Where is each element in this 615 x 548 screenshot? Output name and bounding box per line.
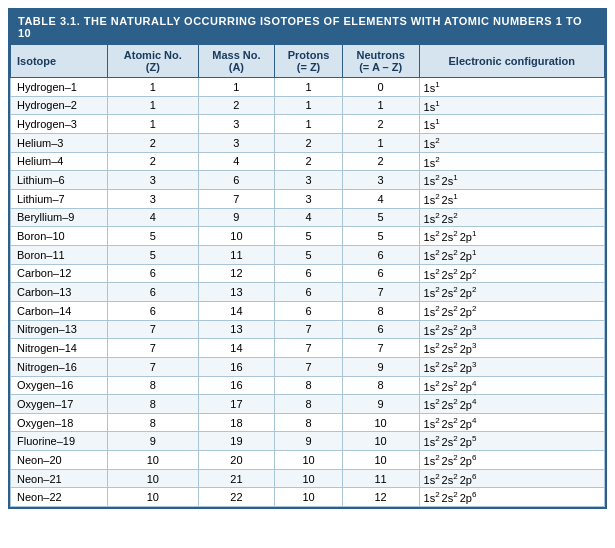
- cell-atomic-no: 8: [108, 376, 198, 395]
- cell-mass-no: 1: [198, 78, 275, 97]
- table-row: Oxygen–16816881s22s22p4: [11, 376, 605, 395]
- ec-part: 2p3: [460, 323, 477, 337]
- cell-mass-no: 11: [198, 245, 275, 264]
- table-row: Carbon–12612661s22s22p2: [11, 264, 605, 283]
- cell-electronic-config: 1s22s22p1: [419, 227, 604, 246]
- cell-protons: 8: [275, 376, 342, 395]
- cell-mass-no: 14: [198, 339, 275, 358]
- ec-part: 2p2: [460, 267, 477, 281]
- ec-part: 2s1: [442, 173, 458, 187]
- cell-isotope: Neon–21: [11, 469, 108, 488]
- cell-isotope: Oxygen–18: [11, 413, 108, 432]
- col-header-atomic-no: Atomic No.(Z): [108, 45, 198, 78]
- ec-part: 1s2: [424, 434, 440, 448]
- cell-neutrons: 3: [342, 171, 419, 190]
- cell-mass-no: 16: [198, 357, 275, 376]
- cell-mass-no: 10: [198, 227, 275, 246]
- cell-atomic-no: 10: [108, 469, 198, 488]
- cell-neutrons: 10: [342, 432, 419, 451]
- cell-isotope: Carbon–14: [11, 301, 108, 320]
- table-row: Neon–21102110111s22s22p6: [11, 469, 605, 488]
- cell-mass-no: 7: [198, 189, 275, 208]
- table-row: Oxygen–17817891s22s22p4: [11, 395, 605, 414]
- ec-part: 2s2: [442, 416, 458, 430]
- cell-atomic-no: 10: [108, 488, 198, 507]
- cell-isotope: Helium–3: [11, 133, 108, 152]
- ec-part: 2p3: [460, 360, 477, 374]
- cell-electronic-config: 1s22s22p6: [419, 451, 604, 470]
- cell-neutrons: 10: [342, 451, 419, 470]
- ec-part: 2s2: [442, 379, 458, 393]
- cell-protons: 7: [275, 357, 342, 376]
- table-row: Hydrogen–313121s1: [11, 115, 605, 134]
- cell-atomic-no: 9: [108, 432, 198, 451]
- ec-part: 1s2: [424, 360, 440, 374]
- cell-protons: 5: [275, 227, 342, 246]
- cell-electronic-config: 1s22s22p6: [419, 488, 604, 507]
- cell-mass-no: 19: [198, 432, 275, 451]
- cell-neutrons: 2: [342, 152, 419, 171]
- cell-protons: 3: [275, 189, 342, 208]
- cell-atomic-no: 1: [108, 78, 198, 97]
- ec-part: 2s2: [442, 285, 458, 299]
- cell-isotope: Fluorine–19: [11, 432, 108, 451]
- cell-electronic-config: 1s22s22p2: [419, 301, 604, 320]
- cell-mass-no: 9: [198, 208, 275, 227]
- col-header-electronic-config: Electronic configuration: [419, 45, 604, 78]
- ec-part: 2s1: [442, 192, 458, 206]
- table-row: Lithium–636331s22s1: [11, 171, 605, 190]
- cell-electronic-config: 1s2: [419, 133, 604, 152]
- table-row: Beryllium–949451s22s2: [11, 208, 605, 227]
- ec-part: 1s2: [424, 211, 440, 225]
- cell-electronic-config: 1s22s22p5: [419, 432, 604, 451]
- cell-mass-no: 6: [198, 171, 275, 190]
- cell-neutrons: 5: [342, 208, 419, 227]
- cell-atomic-no: 7: [108, 339, 198, 358]
- cell-protons: 8: [275, 395, 342, 414]
- cell-protons: 6: [275, 283, 342, 302]
- cell-isotope: Oxygen–16: [11, 376, 108, 395]
- cell-mass-no: 20: [198, 451, 275, 470]
- ec-part: 2p1: [460, 248, 477, 262]
- ec-part: 2s2: [442, 229, 458, 243]
- cell-mass-no: 12: [198, 264, 275, 283]
- ec-part: 1s2: [424, 341, 440, 355]
- cell-mass-no: 21: [198, 469, 275, 488]
- cell-isotope: Oxygen–17: [11, 395, 108, 414]
- ec-part: 2s2: [442, 267, 458, 281]
- cell-isotope: Carbon–13: [11, 283, 108, 302]
- cell-neutrons: 11: [342, 469, 419, 488]
- cell-neutrons: 0: [342, 78, 419, 97]
- cell-neutrons: 1: [342, 96, 419, 115]
- cell-atomic-no: 5: [108, 227, 198, 246]
- table-row: Neon–22102210121s22s22p6: [11, 488, 605, 507]
- cell-electronic-config: 1s2: [419, 152, 604, 171]
- ec-part: 2p6: [460, 453, 477, 467]
- cell-neutrons: 6: [342, 320, 419, 339]
- cell-atomic-no: 1: [108, 115, 198, 134]
- table-row: Helium–323211s2: [11, 133, 605, 152]
- ec-part: 1s2: [424, 472, 440, 486]
- cell-isotope: Nitrogen–14: [11, 339, 108, 358]
- ec-part: 1s2: [424, 267, 440, 281]
- cell-protons: 5: [275, 245, 342, 264]
- ec-part: 1s2: [424, 416, 440, 430]
- table-row: Boron–10510551s22s22p1: [11, 227, 605, 246]
- cell-atomic-no: 2: [108, 152, 198, 171]
- cell-isotope: Hydrogen–2: [11, 96, 108, 115]
- ec-part: 1s2: [424, 248, 440, 262]
- cell-electronic-config: 1s1: [419, 115, 604, 134]
- ec-part: 2p4: [460, 416, 477, 430]
- cell-atomic-no: 6: [108, 264, 198, 283]
- cell-electronic-config: 1s22s22p1: [419, 245, 604, 264]
- cell-isotope: Carbon–12: [11, 264, 108, 283]
- ec-part: 2s2: [442, 248, 458, 262]
- cell-isotope: Nitrogen–13: [11, 320, 108, 339]
- cell-protons: 3: [275, 171, 342, 190]
- table-row: Nitrogen–16716791s22s22p3: [11, 357, 605, 376]
- col-header-mass-no: Mass No.(A): [198, 45, 275, 78]
- table-row: Helium–424221s2: [11, 152, 605, 171]
- ec-part: 2s2: [442, 323, 458, 337]
- cell-protons: 10: [275, 451, 342, 470]
- ec-part: 2s2: [442, 397, 458, 411]
